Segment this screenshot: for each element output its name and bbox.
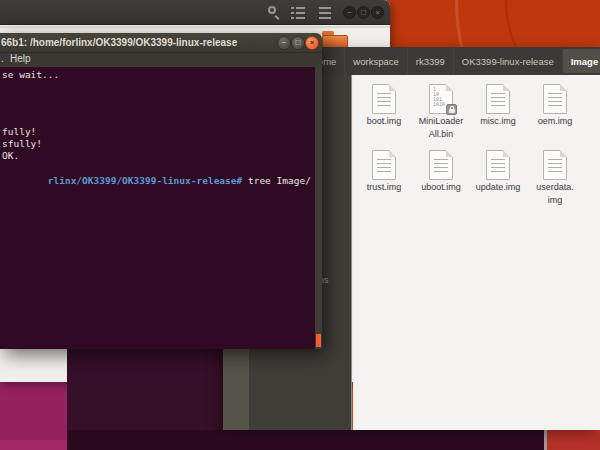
- document-icon: [543, 84, 567, 114]
- background-terminal-window[interactable]: [67, 347, 223, 430]
- search-icon[interactable]: [266, 5, 281, 20]
- file-update-img[interactable]: update.img: [471, 150, 525, 195]
- menu-item-fragment: .: [1, 53, 4, 64]
- shell-command: tree Image/: [242, 175, 311, 186]
- menu-icon[interactable]: [318, 5, 333, 20]
- file-trust-img[interactable]: trust.img: [357, 150, 411, 195]
- breadcrumb-image-active[interactable]: Image: [563, 49, 600, 73]
- list-view-icon[interactable]: [291, 5, 306, 20]
- breadcrumb-workspace[interactable]: workspace: [345, 47, 407, 75]
- document-icon: [486, 84, 510, 114]
- terminal-menubar: . Help: [0, 53, 322, 67]
- terminal-scrollbar[interactable]: [315, 67, 322, 349]
- terminal-prompt-line: rlinx/OK3399/OK3399-linux-release# tree …: [2, 163, 311, 199]
- minimize-button[interactable]: −: [277, 36, 291, 50]
- wallpaper-red-block: [544, 430, 600, 450]
- terminal-output-line: se wait...: [2, 69, 59, 81]
- document-icon: [486, 150, 510, 180]
- wallpaper-magenta-band: [0, 440, 67, 450]
- minimize-button[interactable]: −: [343, 6, 356, 19]
- terminal-title: 66b1: /home/forlinx/OK3399/OK3399-linux-…: [1, 37, 237, 48]
- terminal-titlebar[interactable]: 66b1: /home/forlinx/OK3399/OK3399-linux-…: [0, 33, 322, 53]
- terminal-window: 66b1: /home/forlinx/OK3399/OK3399-linux-…: [0, 33, 322, 349]
- maximize-button[interactable]: □: [291, 36, 305, 50]
- close-button[interactable]: ×: [305, 36, 319, 50]
- shell-prompt: rlinx/OK3399/OK3399-linux-release#: [48, 175, 242, 186]
- terminal-output-line: sfully!: [2, 138, 42, 150]
- file-boot-img[interactable]: boot.img: [357, 84, 411, 129]
- terminal-output-line: OK.: [2, 150, 19, 162]
- document-icon: [429, 150, 453, 180]
- menu-item-help[interactable]: Help: [10, 53, 31, 64]
- document-icon: [372, 150, 396, 180]
- file-userdata-img[interactable]: userdata. img: [528, 150, 582, 206]
- background-window-headerbar: − □ ×: [0, 0, 390, 25]
- document-icon: [372, 84, 396, 114]
- desktop: − □ × Home workspace rk3399 OK3399-linux…: [0, 0, 600, 450]
- maximize-button[interactable]: □: [357, 6, 370, 19]
- terminal-prompt-line: linx/OK3399/OK3399-linux-release#: [2, 337, 237, 349]
- lock-icon: [446, 104, 457, 115]
- file-grid[interactable]: boot.img 1 10 101 1010 MiniLoader All.bi…: [353, 75, 600, 430]
- binary-locked-icon: 1 10 101 1010: [429, 84, 453, 114]
- scrollbar-thumb[interactable]: [316, 334, 321, 347]
- document-icon: [543, 150, 567, 180]
- wallpaper-purple-strip: [67, 430, 547, 450]
- file-uboot-img[interactable]: uboot.img: [414, 150, 468, 195]
- file-misc-img[interactable]: misc.img: [471, 84, 525, 129]
- file-oem-img[interactable]: oem.img: [528, 84, 582, 129]
- close-button[interactable]: ×: [371, 6, 384, 19]
- terminal-output-line: fully!: [2, 126, 36, 138]
- file-miniloaderall-bin[interactable]: 1 10 101 1010 MiniLoader All.bin: [414, 84, 468, 140]
- terminal-screen[interactable]: se wait... fully! sfully! OK. rlinx/OK33…: [0, 67, 322, 349]
- breadcrumb-rk3399[interactable]: rk3399: [408, 47, 454, 75]
- breadcrumb-ok3399-linux-release[interactable]: OK3399-linux-release: [454, 47, 563, 75]
